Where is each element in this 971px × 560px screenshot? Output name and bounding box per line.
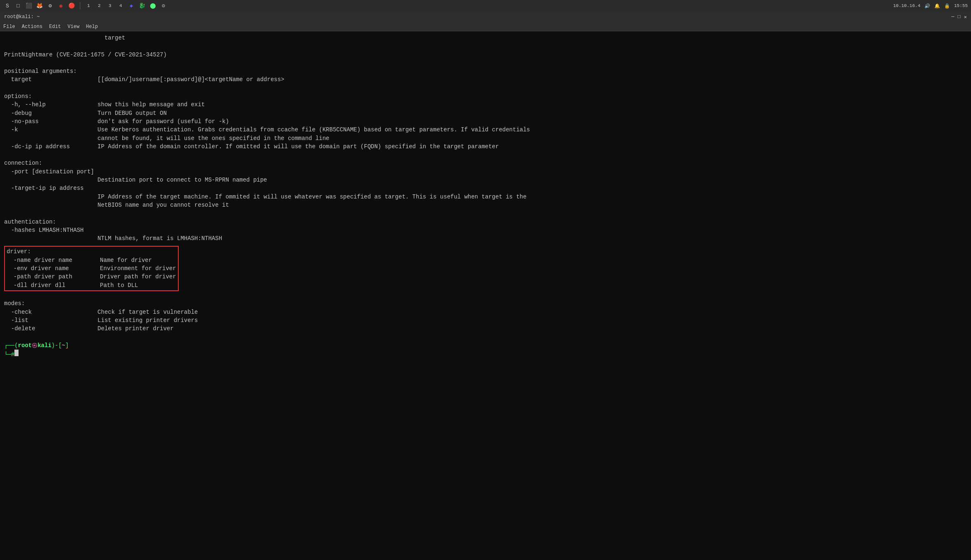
term-line-list: -list List existing printer drivers [4, 316, 967, 324]
term-line-hashes: -hashes LMHASH:NTHASH [4, 226, 967, 234]
taskbar-divider [80, 2, 80, 9]
taskbar-top: S □ ⬛ 🦊 ⚙ ◉ 🔴 1 2 3 4 ◆ 🐉 ⬤ ⚙ 10.10.16.4… [0, 0, 971, 12]
menu-help[interactable]: Help [86, 24, 98, 30]
prompt-symbol: └─ [4, 350, 11, 359]
taskbar-sound-icon: 🔊 [924, 3, 930, 9]
taskbar-icon-diamond[interactable]: ◆ [127, 2, 135, 10]
term-line-modes: modes: [4, 299, 967, 308]
term-line-positional: positional arguments: [4, 67, 967, 75]
term-line-blank1 [4, 42, 967, 50]
term-line-driver-dll: -dll driver dll Path to DLL [7, 281, 176, 289]
taskbar-num-3[interactable]: 3 [106, 2, 114, 10]
taskbar-icon-firefox[interactable]: 🦊 [35, 2, 44, 10]
term-line-targetip-desc2: NetBIOS name and you cannot resolve it [4, 201, 967, 209]
term-line-help: -h, --help show this help message and ex… [4, 100, 967, 109]
term-line-k2: cannot be found, it will use the ones sp… [4, 134, 967, 142]
term-line-driver-env: -env driver name Environment for driver [7, 264, 176, 273]
terminal-content: target PrintNightmare (CVE-2021-1675 / C… [4, 34, 967, 359]
term-line-debug: -debug Turn DEBUG output ON [4, 109, 967, 117]
term-line-connection: connection: [4, 159, 967, 167]
taskbar-num-1[interactable]: 1 [84, 2, 93, 10]
term-line-check: -check Check if target is vulnerable [4, 308, 967, 316]
term-line-nopass: -no-pass don't ask for password (useful … [4, 117, 967, 126]
term-line-driver-name: -name driver name Name for driver [7, 256, 176, 264]
menu-actions[interactable]: Actions [22, 24, 42, 30]
term-line-blank5 [4, 209, 967, 217]
prompt-host: kali [37, 341, 51, 350]
term-line-target-arg: target [[domain/]username[:password]@]<t… [4, 75, 967, 84]
window-maximize-icon[interactable]: □ [958, 14, 961, 20]
prompt-path: ~ [62, 341, 65, 350]
term-line-auth: authentication: [4, 218, 967, 226]
term-line-dcip: -dc-ip ip address IP Address of the doma… [4, 142, 967, 151]
term-line-options: options: [4, 92, 967, 100]
term-line-port-desc: Destination port to connect to MS-RPRN n… [4, 176, 967, 184]
term-line-delete: -delete Deletes printer driver [4, 324, 967, 333]
taskbar-num-4[interactable]: 4 [117, 2, 125, 10]
taskbar-time: 15:55 [954, 3, 968, 8]
prompt-input-line[interactable]: └─ # [4, 350, 967, 359]
taskbar-lock-icon: 🔒 [944, 3, 950, 9]
prompt-hash: # [11, 350, 14, 359]
menu-file[interactable]: File [3, 24, 15, 30]
prompt-user: root [18, 341, 32, 350]
term-line-blank3 [4, 84, 967, 92]
term-line-blank7 [4, 333, 967, 341]
window-menu: File Actions Edit View Help [0, 22, 971, 31]
cursor [14, 350, 19, 356]
term-line-blank2 [4, 59, 967, 67]
term-line-port: -port [destination port] [4, 168, 967, 176]
taskbar-icon-extra[interactable]: ⚙ [159, 2, 168, 10]
term-line-blank4 [4, 151, 967, 159]
taskbar-bell-icon: 🔔 [934, 3, 940, 9]
taskbar-icon-kali[interactable]: ◉ [57, 2, 65, 10]
taskbar-right: 10.10.16.4 🔊 🔔 🔒 15:55 [893, 3, 968, 9]
terminal-body[interactable]: target PrintNightmare (CVE-2021-1675 / C… [0, 31, 971, 560]
term-line-printnightmare: PrintNightmare (CVE-2021-1675 / CVE-2021… [4, 51, 967, 59]
term-line-blank6 [4, 291, 967, 299]
prompt-bracket-end: ] [65, 341, 68, 350]
term-line-targetip-desc1: IP Address of the target machine. If omm… [4, 193, 967, 201]
window-title: root@kali: ~ [4, 14, 40, 20]
taskbar-left: S □ ⬛ 🦊 ⚙ ◉ 🔴 1 2 3 4 ◆ 🐉 ⬤ ⚙ [3, 2, 168, 10]
menu-edit[interactable]: Edit [49, 24, 61, 30]
term-line-hashes-desc: NTLM hashes, format is LMHASH:NTHASH [4, 234, 967, 243]
taskbar-icon-settings[interactable]: ⚙ [46, 2, 54, 10]
term-line-driver-path: -path driver path Driver path for driver [7, 273, 176, 281]
menu-view[interactable]: View [68, 24, 79, 30]
window-controls: ─ □ ✕ [951, 14, 967, 20]
driver-section-wrapper: driver: -name driver name Name for drive… [4, 244, 967, 291]
prompt-at: ㉿ [32, 341, 37, 350]
window-minimize-icon[interactable]: ─ [951, 14, 954, 20]
term-line-target: target [4, 34, 967, 42]
taskbar-ip: 10.10.16.4 [893, 3, 920, 8]
taskbar-icon-files[interactable]: □ [14, 2, 22, 10]
prompt-bracket-open: ┌──( [4, 341, 18, 350]
term-line-driver-header: driver: [7, 247, 176, 256]
taskbar-icon-red[interactable]: 🔴 [68, 2, 76, 10]
window-titlebar: root@kali: ~ ─ □ ✕ [0, 12, 971, 22]
taskbar-num-2[interactable]: 2 [95, 2, 103, 10]
term-line-k1: -k Use Kerberos authentication. Grabs cr… [4, 126, 967, 134]
prompt-bracket-close: )-[ [51, 341, 62, 350]
term-line-targetip: -target-ip ip address [4, 184, 967, 192]
terminal-window: root@kali: ~ ─ □ ✕ File Actions Edit Vie… [0, 12, 971, 560]
taskbar-icon-dragon[interactable]: 🐉 [138, 2, 146, 10]
driver-box: driver: -name driver name Name for drive… [4, 246, 179, 291]
taskbar-icon-circle[interactable]: ⬤ [149, 2, 157, 10]
window-close-icon[interactable]: ✕ [964, 14, 967, 20]
taskbar-icon-terminal[interactable]: ⬛ [25, 2, 33, 10]
taskbar-icon-s[interactable]: S [3, 2, 12, 10]
prompt-line: ┌──(root㉿kali)-[~] [4, 341, 967, 350]
